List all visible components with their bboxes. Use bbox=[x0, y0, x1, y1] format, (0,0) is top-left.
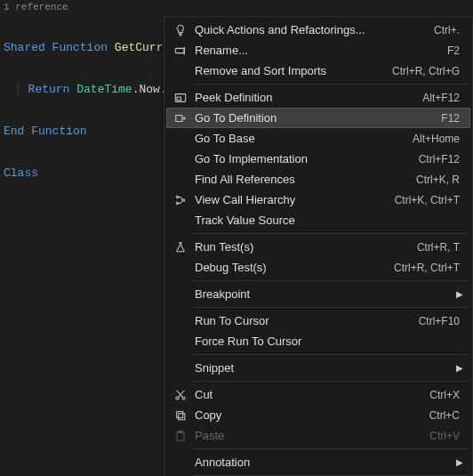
menu-item-label: Find All References bbox=[189, 173, 416, 186]
menu-item-label: Breakpoint bbox=[189, 287, 456, 301]
menu-item-label: Run Test(s) bbox=[189, 240, 417, 254]
menu-item-shortcut: Ctrl+X bbox=[429, 389, 465, 401]
menu-item-rename[interactable]: Rename...F2 bbox=[166, 40, 470, 61]
svg-rect-2 bbox=[177, 97, 180, 101]
menu-item-go-to-definition[interactable]: Go To DefinitionF12 bbox=[166, 108, 470, 128]
submenu-arrow-icon: ▶ bbox=[456, 363, 465, 373]
menu-item-peek-definition[interactable]: Peek DefinitionAlt+F12 bbox=[166, 87, 470, 108]
menu-item-label: Snippet bbox=[189, 361, 456, 375]
menu-separator bbox=[193, 233, 469, 234]
menu-separator bbox=[193, 280, 469, 281]
menu-item-label: Go To Base bbox=[189, 132, 413, 145]
menu-item-label: Force Run To Cursor bbox=[189, 335, 465, 348]
flask-icon bbox=[172, 241, 189, 254]
menu-item-shortcut: Ctrl+C bbox=[429, 409, 465, 422]
menu-item-shortcut: Alt+F12 bbox=[422, 92, 465, 104]
bulb-icon bbox=[172, 24, 189, 36]
menu-item-go-to-implementation[interactable]: Go To ImplementationCtrl+F12 bbox=[166, 149, 470, 169]
menu-item-shortcut: Ctrl+R, Ctrl+G bbox=[392, 65, 465, 77]
menu-item-label: View Call Hierarchy bbox=[189, 193, 395, 206]
menu-item-label: Debug Test(s) bbox=[189, 261, 394, 274]
copy-icon bbox=[172, 409, 189, 422]
menu-item-shortcut: Ctrl+R, T bbox=[417, 241, 465, 254]
menu-item-label: Rename... bbox=[189, 44, 447, 57]
code-token: Return bbox=[28, 83, 70, 96]
svg-point-6 bbox=[182, 198, 184, 200]
menu-item-shortcut: Ctrl+V bbox=[429, 430, 465, 442]
menu-item-cut[interactable]: CutCtrl+X bbox=[166, 384, 470, 405]
menu-item-label: Run To Cursor bbox=[189, 314, 419, 327]
menu-item-track-value-source[interactable]: Track Value Source bbox=[166, 210, 470, 230]
menu-item-force-run-to-cursor[interactable]: Force Run To Cursor bbox=[166, 331, 470, 351]
svg-point-4 bbox=[176, 196, 178, 198]
rename-icon bbox=[172, 44, 189, 57]
svg-rect-11 bbox=[177, 432, 184, 440]
cut-icon bbox=[172, 389, 189, 401]
menu-item-label: Go To Implementation bbox=[189, 152, 419, 165]
menu-separator bbox=[193, 354, 469, 355]
menu-separator bbox=[193, 307, 469, 308]
submenu-arrow-icon: ▶ bbox=[456, 289, 465, 299]
menu-item-shortcut: Ctrl+F10 bbox=[419, 315, 465, 327]
code-token: Class bbox=[4, 166, 38, 180]
codelens-references[interactable]: 1 reference bbox=[4, 2, 469, 12]
svg-rect-0 bbox=[175, 48, 184, 52]
menu-item-label: Paste bbox=[189, 429, 429, 442]
svg-point-5 bbox=[176, 202, 178, 204]
menu-item-copy[interactable]: CopyCtrl+C bbox=[166, 405, 470, 425]
indent-guide bbox=[18, 84, 19, 95]
menu-separator bbox=[193, 84, 469, 85]
code-token: DateTime bbox=[76, 83, 132, 96]
paste-icon bbox=[172, 430, 189, 442]
code-token: GetCurre bbox=[115, 41, 170, 54]
menu-item-go-to-base[interactable]: Go To BaseAlt+Home bbox=[166, 128, 470, 149]
menu-item-annotation[interactable]: Annotation▶ bbox=[166, 452, 470, 472]
menu-item-run-to-cursor[interactable]: Run To CursorCtrl+F10 bbox=[166, 311, 470, 331]
menu-item-paste: PasteCtrl+V bbox=[166, 425, 470, 446]
menu-item-shortcut: Ctrl+R, Ctrl+T bbox=[394, 262, 465, 274]
svg-point-8 bbox=[182, 396, 185, 399]
submenu-arrow-icon: ▶ bbox=[456, 457, 465, 467]
svg-point-7 bbox=[176, 396, 179, 399]
code-token: Shared Function bbox=[4, 41, 108, 54]
menu-item-remove-and-sort-imports[interactable]: Remove and Sort ImportsCtrl+R, Ctrl+G bbox=[166, 61, 470, 81]
svg-rect-9 bbox=[177, 411, 183, 417]
menu-item-find-all-references[interactable]: Find All ReferencesCtrl+K, R bbox=[166, 169, 470, 190]
menu-item-snippet[interactable]: Snippet▶ bbox=[166, 358, 470, 378]
code-token: Now bbox=[139, 83, 159, 96]
menu-item-shortcut: Ctrl+F12 bbox=[419, 153, 465, 165]
svg-rect-10 bbox=[179, 413, 185, 419]
menu-item-shortcut: Ctrl+K, R bbox=[416, 173, 465, 186]
menu-item-label: Track Value Source bbox=[189, 214, 465, 227]
peek-icon bbox=[172, 92, 189, 104]
menu-item-view-call-hierarchy[interactable]: View Call HierarchyCtrl+K, Ctrl+T bbox=[166, 190, 470, 210]
menu-item-debug-test-s[interactable]: Debug Test(s)Ctrl+R, Ctrl+T bbox=[166, 257, 470, 278]
menu-item-label: Cut bbox=[189, 388, 429, 401]
menu-item-breakpoint[interactable]: Breakpoint▶ bbox=[166, 284, 470, 304]
menu-item-label: Copy bbox=[189, 408, 429, 422]
menu-item-shortcut: Ctrl+K, Ctrl+T bbox=[395, 194, 465, 206]
menu-item-run-test-s[interactable]: Run Test(s)Ctrl+R, T bbox=[166, 237, 470, 257]
menu-item-label: Quick Actions and Refactorings... bbox=[189, 23, 434, 36]
menu-item-shortcut: F12 bbox=[441, 112, 465, 125]
menu-item-shortcut: Ctrl+. bbox=[434, 24, 465, 36]
menu-item-quick-actions-and-refactorings[interactable]: Quick Actions and Refactorings...Ctrl+. bbox=[166, 20, 470, 40]
code-token: End Function bbox=[4, 125, 87, 138]
menu-item-label: Remove and Sort Imports bbox=[189, 64, 392, 77]
menu-item-shortcut: F2 bbox=[447, 44, 465, 57]
menu-item-label: Annotation bbox=[189, 456, 456, 469]
menu-separator bbox=[193, 381, 469, 382]
menu-item-shortcut: Alt+Home bbox=[413, 133, 465, 145]
menu-item-label: Go To Definition bbox=[189, 111, 441, 125]
svg-rect-3 bbox=[176, 115, 182, 121]
goto-icon bbox=[172, 112, 189, 125]
context-menu: Quick Actions and Refactorings...Ctrl+.R… bbox=[164, 16, 473, 476]
hier-icon bbox=[172, 194, 189, 206]
menu-separator bbox=[193, 448, 469, 449]
menu-item-label: Peek Definition bbox=[189, 91, 422, 104]
